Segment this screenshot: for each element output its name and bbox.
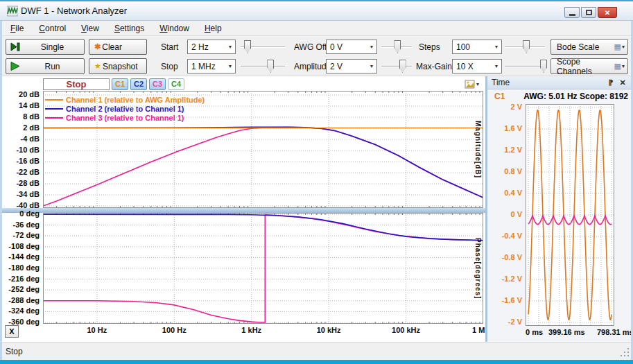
slider-thumb[interactable]: [394, 40, 401, 53]
phase-axis-labels: 0 deg-36 deg-72 deg-108 deg-144 deg-180 …: [3, 213, 41, 324]
axis-tick-label: -108 deg: [3, 242, 40, 250]
status-bar: Stop: [0, 342, 633, 360]
axis-tick-label: -4 dB: [3, 135, 40, 143]
menu-bar: File Control View Settings Window Help: [2, 21, 631, 36]
axis-tick-label: -22 dB: [3, 168, 40, 176]
axis-tick-label: -16 dB: [3, 157, 40, 165]
maximize-icon: [586, 10, 592, 15]
start-frequency-select[interactable]: 2 Hz▾: [187, 40, 236, 54]
menu-view[interactable]: View: [74, 21, 106, 35]
legend-dash: [45, 99, 63, 101]
pin-icon[interactable]: ⁋: [606, 78, 616, 87]
slider-thumb[interactable]: [540, 60, 547, 73]
time-panel: Time ⁋ ✕ C1 AWG: 5.01 Hz Scope: 8192 2 V…: [487, 76, 631, 342]
magnitude-axis-labels: 20 dB14 dB8 dB2 dB-4 dB-10 dB-16 dB-22 d…: [3, 91, 41, 208]
axis-tick-label: 8 dB: [3, 112, 40, 121]
axis-tick-label: 1 kHz: [224, 326, 279, 334]
minimize-button[interactable]: [564, 7, 580, 18]
start-label: Start: [161, 42, 178, 52]
axis-tick-label: 10 Hz: [69, 326, 125, 334]
scope-info: AWG: 5.01 Hz Scope: 8192: [515, 92, 628, 101]
x-axis-button[interactable]: X: [5, 325, 19, 338]
slider-thumb[interactable]: [267, 60, 274, 73]
menu-window[interactable]: Window: [153, 21, 196, 35]
chevron-down-icon: ▾: [492, 44, 501, 50]
start-frequency-slider[interactable]: [241, 40, 285, 54]
toolbar: Single Run ✱ Clear ★ Snapshot Start Stop…: [2, 36, 631, 76]
axis-tick-label: -0.4 V: [489, 232, 522, 240]
stop-frequency-slider[interactable]: [241, 59, 285, 73]
menu-file[interactable]: File: [3, 21, 31, 35]
channel-toggle-c2[interactable]: C2: [130, 78, 147, 90]
menu-help[interactable]: Help: [198, 21, 229, 35]
snapshot-button[interactable]: ★ Snapshot: [89, 58, 147, 74]
scope-voltage-labels: 2 V1.6 V1.2 V0.8 V0.4 V0 V-0.4 V-0.8 V-1…: [489, 104, 523, 326]
single-button[interactable]: Single: [6, 39, 85, 55]
app-icon: [7, 6, 18, 17]
bode-plot-area: Stop C1 C2 C3 C4 ▾ 20 dB14 dB8 dB2 dB-4 …: [2, 76, 485, 342]
amplitude-slider[interactable]: [381, 59, 412, 73]
slider-thumb[interactable]: [244, 40, 251, 53]
max-gain-slider[interactable]: [505, 59, 545, 73]
awg-offset-slider[interactable]: [381, 40, 412, 54]
window-title: DWF 1 - Network Analyzer: [21, 6, 127, 16]
snapshot-label: Snapshot: [103, 62, 138, 71]
awg-offset-select[interactable]: 0 V▾: [326, 40, 377, 54]
axis-tick-label: -216 deg: [3, 275, 40, 283]
time-panel-title: Time: [492, 78, 510, 87]
close-button[interactable]: ✕: [598, 7, 617, 18]
run-button[interactable]: Run: [6, 58, 85, 74]
steps-select[interactable]: 100▾: [452, 40, 502, 54]
max-gain-select[interactable]: 10 X▾: [452, 59, 502, 73]
phase-axis-title: Phase[degrees]: [474, 213, 482, 324]
window-frame-bottom: [0, 360, 633, 364]
steps-slider[interactable]: [505, 40, 545, 54]
phase-plot[interactable]: [43, 213, 483, 324]
run-icon: [10, 62, 21, 71]
acquisition-status: Stop: [43, 78, 110, 90]
channel-toggle-c4[interactable]: C4: [168, 78, 184, 90]
axis-tick-label: 1.6 V: [489, 124, 522, 132]
axis-tick-label: 2 dB: [3, 123, 40, 132]
scope-time-labels: 0 ms399.16 ms798.31 ms: [487, 328, 631, 340]
axis-tick-label: 10 kHz: [301, 326, 356, 334]
plot-splitter[interactable]: [2, 208, 485, 213]
time-panel-header[interactable]: Time ⁋ ✕: [487, 76, 631, 89]
scope-plot[interactable]: [526, 104, 614, 326]
clear-button[interactable]: ✱ Clear: [89, 39, 147, 55]
bode-scale-button[interactable]: Bode Scale ▦ ▾: [550, 39, 628, 55]
menu-settings[interactable]: Settings: [107, 21, 151, 35]
title-bar[interactable]: DWF 1 - Network Analyzer ✕: [0, 1, 633, 21]
chevron-down-icon: ▾: [621, 63, 627, 69]
axis-tick-label: -252 deg: [3, 285, 40, 293]
minimize-icon: [569, 14, 575, 16]
axis-tick-label: 399.16 ms: [548, 328, 585, 336]
resize-grip[interactable]: [620, 347, 629, 356]
axis-tick-label: -1.2 V: [489, 275, 522, 283]
magnitude-axis-title: Magnitude[dB]: [474, 91, 482, 208]
axis-tick-label: -36 deg: [3, 220, 40, 229]
clear-icon: ✱: [94, 42, 101, 51]
menu-control[interactable]: Control: [32, 21, 73, 35]
axis-tick-label: -0.8 V: [489, 253, 522, 261]
amplitude-select[interactable]: 2 V▾: [326, 59, 377, 73]
single-label: Single: [21, 42, 84, 52]
legend-dash: [45, 108, 63, 110]
stop-frequency-select[interactable]: 1 MHz▾: [187, 59, 236, 73]
maximize-button[interactable]: [581, 7, 596, 18]
export-icon: [465, 79, 476, 89]
status-text: Stop: [6, 347, 23, 356]
scope-channels-button[interactable]: Scope Channels ▦ ▾: [550, 58, 628, 74]
close-icon[interactable]: ✕: [618, 78, 627, 87]
channel-toggle-c3[interactable]: C3: [149, 78, 166, 90]
run-label: Run: [21, 62, 84, 71]
export-image-button[interactable]: ▾: [465, 78, 484, 91]
slider-thumb[interactable]: [523, 40, 530, 53]
channel-toggle-c1[interactable]: C1: [112, 78, 128, 90]
axis-tick-label: 0.8 V: [489, 167, 522, 175]
network-analyzer-window: DWF 1 - Network Analyzer ✕ File Control …: [0, 0, 633, 364]
slider-thumb[interactable]: [399, 60, 406, 73]
axis-tick-label: 0 ms: [526, 328, 543, 336]
axis-tick-label: 1 MHz: [456, 326, 485, 334]
axis-tick-label: 14 dB: [3, 101, 40, 110]
